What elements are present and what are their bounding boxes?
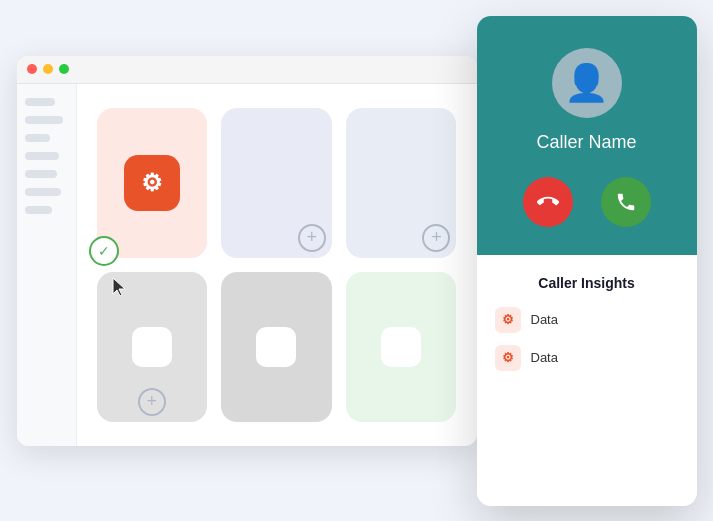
phone-call-area: 👤 Caller Name [477,16,697,255]
icon-symbol: ⚙ [502,312,514,327]
call-buttons [523,177,651,227]
caller-name: Caller Name [536,132,636,153]
titlebar [17,56,477,84]
sidebar-line [25,152,59,160]
phone-panel: 👤 Caller Name Caller Insights [477,16,697,506]
sidebar [17,84,77,446]
decline-button[interactable] [523,177,573,227]
blue-tile[interactable]: + [221,108,332,258]
insight-item: ⚙ Data [495,345,679,371]
hubspot-icon: ⚙ [124,155,180,211]
caller-insights-panel: Caller Insights ⚙ Data ⚙ Data [477,255,697,506]
dot-green [59,64,69,74]
white-box [132,327,172,367]
light-gray-tile[interactable] [221,272,332,422]
green-tile[interactable] [346,272,457,422]
scene: ⚙ ✓ + + [17,16,697,506]
accept-button[interactable] [601,177,651,227]
insight-item: ⚙ Data [495,307,679,333]
caller-insights-title: Caller Insights [495,275,679,291]
check-circle: ✓ [89,236,119,266]
sidebar-line [25,134,51,142]
hubspot-data-icon: ⚙ [495,307,521,333]
sidebar-line [25,188,62,196]
sidebar-line [25,170,57,178]
browser-window: ⚙ ✓ + + [17,56,477,446]
app-grid: ⚙ ✓ + + [77,84,477,446]
sidebar-line [25,206,53,214]
tile-plus-icon: + [298,224,326,252]
icon-symbol: ⚙ [502,350,514,365]
insight-label: Data [531,350,558,365]
sidebar-line [25,116,64,124]
insight-label: Data [531,312,558,327]
tile-plus-icon: + [138,388,166,416]
plain-tile[interactable]: + [346,108,457,258]
dot-red [27,64,37,74]
avatar: 👤 [552,48,622,118]
hubspot-data-icon: ⚙ [495,345,521,371]
hubspot-symbol: ⚙ [141,171,163,195]
dot-yellow [43,64,53,74]
sidebar-line [25,98,55,106]
tile-plus-icon: + [422,224,450,252]
avatar-icon: 👤 [564,62,609,104]
hubspot-tile[interactable]: ⚙ ✓ [97,108,208,258]
white-box [256,327,296,367]
white-box [381,327,421,367]
browser-content: ⚙ ✓ + + [17,84,477,446]
